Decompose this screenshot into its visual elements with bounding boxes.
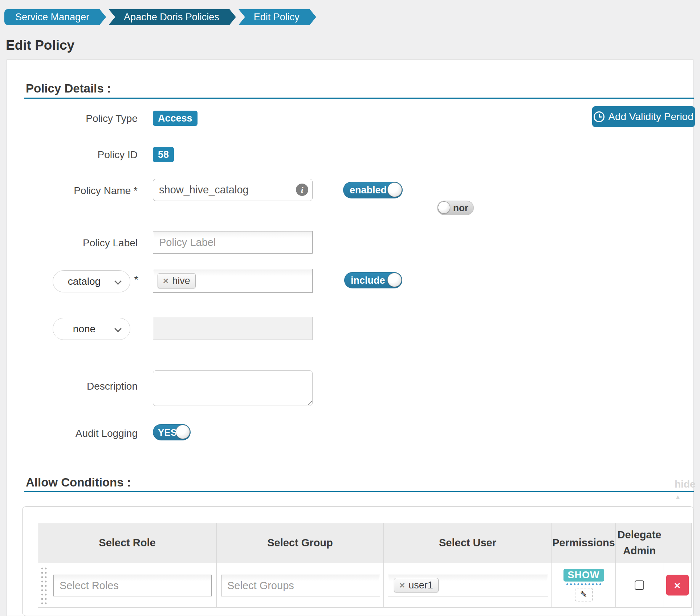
audit-logging-toggle-label: YES (158, 427, 177, 438)
breadcrumb-apache-doris-policies[interactable]: Apache Doris Policies (109, 9, 236, 25)
audit-logging-toggle[interactable]: YES (153, 424, 191, 440)
table-row-cell-delegate-admin (616, 563, 663, 608)
toggle-knob (438, 201, 450, 214)
user-tag-label: user1 (408, 580, 433, 591)
remove-tag-icon[interactable]: × (163, 275, 168, 287)
policy-details-heading: Policy Details : (26, 82, 111, 95)
select-groups-input[interactable] (221, 575, 380, 596)
add-validity-period-button[interactable]: Add Validity Period (592, 106, 695, 127)
policy-details-divider (24, 98, 694, 99)
allow-conditions-heading: Allow Conditions : (26, 476, 131, 489)
breadcrumb-edit-policy[interactable]: Edit Policy (239, 9, 316, 25)
resource-tag-label: hive (172, 275, 190, 287)
resource-type-select-2[interactable]: none (53, 318, 130, 340)
select-groups-field (221, 575, 380, 596)
table-row-cell-roles (38, 563, 217, 608)
drag-handle-icon[interactable] (40, 566, 48, 605)
select-roles-input[interactable] (54, 575, 211, 596)
policy-label-label: Policy Label (29, 237, 138, 249)
policy-label-input[interactable] (153, 231, 312, 253)
required-mark: * (134, 273, 138, 287)
policy-id-label: Policy ID (29, 149, 138, 161)
chevron-down-icon (114, 278, 122, 285)
policy-type-label: Policy Type (29, 113, 138, 124)
permission-badge[interactable]: SHOW (563, 569, 604, 582)
resource-tag-chip: × hive (158, 273, 196, 288)
table-row-cell-groups (217, 563, 384, 608)
clock-icon (594, 111, 605, 122)
policy-enabled-toggle-label: enabled (350, 185, 387, 196)
add-validity-period-label: Add Validity Period (608, 111, 693, 123)
policy-override-toggle[interactable]: nor (437, 201, 474, 215)
table-row-cell-permissions: SHOW ✎ (552, 563, 616, 608)
description-label: Description (29, 381, 138, 392)
policy-type-badge: Access (153, 111, 198, 126)
breadcrumb-service-manager[interactable]: Service Manager (4, 9, 106, 25)
policy-enabled-toggle[interactable]: enabled (343, 182, 403, 198)
column-header-permissions: Permissions (552, 523, 616, 563)
policy-label-field (153, 231, 313, 254)
policy-name-input[interactable] (153, 179, 313, 201)
resource-value-field-disabled (153, 317, 313, 340)
column-header-delegate-admin: Delegate Admin (616, 523, 663, 563)
user-tag-chip: × user1 (394, 578, 439, 592)
permission-dotted-rule (566, 583, 601, 585)
allow-conditions-divider (24, 491, 694, 492)
delete-row-button[interactable]: × (666, 575, 689, 596)
column-header-select-user: Select User (384, 523, 552, 563)
allow-conditions-table: Select Role Select Group Select User Per… (38, 523, 692, 608)
page-title: Edit Policy (6, 38, 74, 53)
include-toggle-label: include (351, 275, 385, 286)
column-header-select-group: Select Group (217, 523, 384, 563)
edit-permissions-button[interactable]: ✎ (575, 588, 593, 601)
table-row-cell-users: × user1 (384, 563, 552, 608)
hide-link-label: hide (675, 479, 696, 490)
remove-tag-icon[interactable]: × (399, 580, 405, 591)
toggle-knob (387, 273, 402, 287)
resource-value-field[interactable]: × hive (153, 269, 313, 293)
resource-type-value: catalog (68, 276, 101, 287)
description-textarea[interactable] (153, 370, 313, 406)
info-icon[interactable]: i (296, 184, 308, 196)
collapse-caret-icon: ▲ (675, 493, 681, 501)
include-exclude-toggle[interactable]: include (344, 272, 402, 288)
hide-section-link[interactable]: hide ▲ (675, 479, 696, 502)
select-users-field[interactable]: × user1 (388, 575, 548, 596)
chevron-down-icon (114, 325, 122, 332)
delegate-admin-checkbox[interactable] (635, 580, 644, 590)
resource-type-select[interactable]: catalog (53, 270, 130, 292)
audit-logging-label: Audit Logging (29, 428, 138, 439)
edit-policy-panel: Policy Details : Add Validity Period Pol… (7, 59, 693, 616)
policy-name-label: Policy Name * (29, 185, 138, 197)
table-row-cell-actions: × (663, 563, 692, 608)
column-header-select-role: Select Role (38, 523, 217, 563)
toggle-knob (387, 182, 402, 197)
toggle-knob (176, 425, 190, 439)
select-roles-field (53, 575, 212, 596)
policy-override-toggle-label: nor (453, 202, 468, 214)
breadcrumb: Service Manager Apache Doris Policies Ed… (4, 9, 319, 25)
resource-type-value-2: none (73, 323, 95, 334)
column-header-actions (663, 523, 692, 563)
policy-id-badge: 58 (153, 147, 174, 162)
